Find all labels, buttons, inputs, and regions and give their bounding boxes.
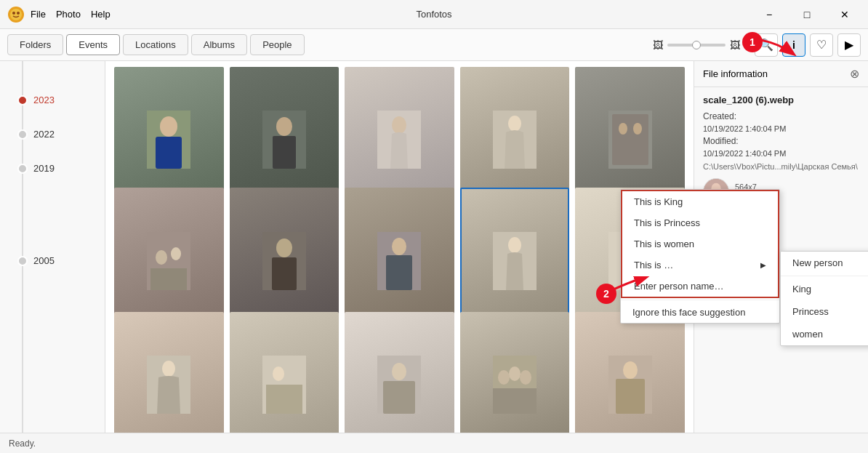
svg-rect-9 (273, 136, 296, 169)
svg-point-38 (392, 363, 406, 380)
app-title: Tonfotos (416, 9, 451, 20)
panel-title: File information (703, 68, 768, 79)
photo-11[interactable] (114, 312, 224, 433)
svg-point-35 (273, 366, 284, 381)
close-button[interactable]: ✕ (829, 4, 861, 25)
svg-point-43 (520, 370, 531, 385)
file-name: scale_1200 (6).webp (703, 95, 859, 105)
favorite-button[interactable]: ♡ (810, 33, 833, 57)
slideshow-button[interactable]: ▶ (837, 33, 861, 57)
timeline-year-2022[interactable]: 2022 (0, 117, 105, 151)
menu-bar: File Photo Help (31, 9, 110, 20)
titlebar: File Photo Help Tonfotos − □ ✕ (0, 0, 868, 29)
submenu-princess[interactable]: Princess (781, 300, 868, 323)
modified-row: Modified: (703, 136, 859, 146)
photo-12[interactable] (230, 312, 339, 433)
photo-15[interactable] (575, 312, 685, 433)
menu-help[interactable]: Help (91, 9, 110, 20)
panel-close-button[interactable]: ⊗ (850, 67, 859, 81)
svg-point-13 (508, 116, 521, 132)
svg-rect-47 (616, 379, 645, 414)
submenu: New person King Princess women (780, 251, 868, 346)
svg-rect-21 (150, 268, 187, 290)
annotation-1: 1 (742, 32, 763, 52)
zoom-in-icon: 🖼 (730, 39, 740, 51)
modified-value: 10/19/2022 1:40:04 PM (703, 149, 859, 158)
svg-point-8 (276, 117, 292, 136)
annotation-arrow-1 (757, 39, 800, 61)
svg-rect-44 (493, 388, 537, 414)
submenu-divider (781, 276, 868, 276)
annotation-2: 2 (596, 284, 616, 304)
submenu-new-person[interactable]: New person (781, 252, 868, 274)
created-value: 10/19/2022 1:40:04 PM (703, 124, 859, 133)
zoom-out-icon: 🖼 (653, 39, 663, 51)
app-logo (7, 6, 25, 23)
timeline-year-2005[interactable]: 2005 (0, 244, 105, 278)
svg-point-19 (156, 250, 167, 265)
tab-albums[interactable]: Albums (191, 34, 247, 55)
svg-point-26 (392, 238, 406, 255)
tab-people[interactable]: People (250, 34, 304, 55)
svg-rect-15 (612, 114, 648, 165)
minimize-button[interactable]: − (753, 4, 785, 25)
submenu-women[interactable]: women (781, 323, 868, 345)
svg-point-11 (392, 116, 406, 134)
maximize-button[interactable]: □ (791, 4, 823, 25)
ctx-this-is-women[interactable]: This is women (621, 233, 779, 254)
created-label: Created: (703, 111, 736, 121)
svg-rect-24 (272, 257, 297, 290)
submenu-king[interactable]: King (781, 278, 868, 300)
sidebar-timeline: 2023 2022 2019 2005 (0, 61, 105, 433)
svg-point-3 (17, 12, 20, 15)
svg-rect-27 (386, 255, 412, 290)
panel-header: File information ⊗ (694, 61, 868, 87)
tab-folders[interactable]: Folders (7, 34, 63, 55)
timeline-year-2019[interactable]: 2019 (0, 151, 105, 185)
svg-rect-6 (156, 137, 182, 169)
svg-point-33 (162, 361, 175, 377)
annotation-arrow-2 (611, 276, 654, 305)
submenu-arrow-icon: ▶ (760, 261, 766, 269)
photo-13[interactable] (345, 312, 454, 433)
photo-14[interactable] (460, 312, 570, 433)
zoom-control: 🖼 🖼 (653, 39, 740, 51)
photo-grid (105, 61, 694, 433)
menu-file[interactable]: File (31, 9, 46, 20)
tab-events[interactable]: Events (66, 34, 120, 55)
svg-point-29 (508, 237, 521, 253)
status-bar: Ready. (0, 433, 868, 453)
status-text: Ready. (9, 438, 36, 449)
menu-photo[interactable]: Photo (56, 9, 81, 20)
svg-point-41 (498, 370, 510, 385)
window-controls: − □ ✕ (753, 4, 861, 25)
toolbar: Folders Events Locations Albums People 🖼… (0, 29, 868, 61)
created-row: Created: (703, 111, 859, 121)
ctx-this-is-more[interactable]: This is … ▶ (621, 254, 779, 276)
svg-point-23 (276, 238, 292, 257)
svg-point-5 (160, 116, 177, 137)
ctx-this-is-king[interactable]: This is King (621, 190, 779, 212)
file-path: C:\Users\Vbox\Pictu...mily\Царская Семья… (703, 162, 859, 171)
modified-label: Modified: (703, 136, 739, 146)
zoom-slider[interactable] (667, 44, 726, 47)
svg-rect-39 (383, 381, 415, 414)
svg-point-2 (12, 12, 15, 15)
svg-point-42 (509, 366, 521, 381)
svg-point-46 (623, 361, 638, 379)
svg-rect-36 (266, 385, 302, 414)
svg-point-20 (171, 247, 181, 260)
svg-point-1 (10, 9, 22, 20)
svg-point-17 (633, 123, 642, 135)
tab-locations[interactable]: Locations (123, 34, 188, 55)
timeline-year-2023[interactable]: 2023 (0, 83, 105, 117)
ctx-this-is-princess[interactable]: This is Princess (621, 212, 779, 233)
svg-point-16 (619, 123, 627, 135)
